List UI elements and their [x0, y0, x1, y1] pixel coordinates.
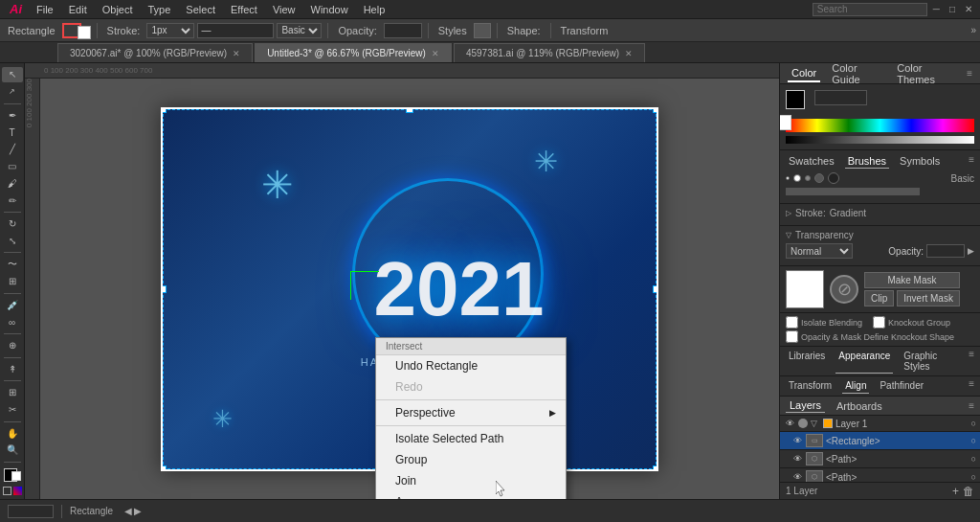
brush-dot-3[interactable]: [805, 175, 811, 181]
tool-pen[interactable]: ✒: [2, 107, 23, 123]
status-prev-btn[interactable]: ◀: [124, 506, 132, 516]
tab-pathfinder[interactable]: Pathfinder: [877, 378, 926, 394]
status-next-btn[interactable]: ▶: [134, 506, 142, 516]
color-gray-bar[interactable]: [786, 136, 974, 144]
tool-pencil[interactable]: ✏: [2, 193, 23, 208]
brush-dot-4[interactable]: [814, 173, 824, 183]
tab-swatches[interactable]: Swatches: [786, 154, 837, 169]
window-minimize[interactable]: ─: [929, 4, 944, 14]
tab-libraries[interactable]: Libraries: [786, 349, 828, 374]
stroke-swatch[interactable]: [11, 471, 21, 481]
canvas-area[interactable]: 0 100 200 300 400 500 600 700 0 100 200 …: [25, 63, 779, 499]
tab-align[interactable]: Align: [842, 378, 869, 394]
fill-color-picker[interactable]: [78, 26, 91, 39]
opacity-input[interactable]: 100%: [384, 23, 422, 38]
tab-layers[interactable]: Layers: [786, 398, 825, 413]
ctx-isolate-path[interactable]: Isolate Selected Path: [376, 428, 566, 449]
tab-2[interactable]: 4597381.ai @ 119% (RGB/Preview) ✕: [454, 43, 645, 62]
menu-file[interactable]: File: [30, 2, 60, 17]
color-hex-input[interactable]: 000000: [814, 90, 867, 105]
layer-rect-eye[interactable]: 👁: [791, 435, 803, 446]
layer-1-expand[interactable]: ▽: [811, 419, 820, 428]
toolbar-expand[interactable]: »: [970, 25, 976, 35]
stroke-weight-select[interactable]: 1px: [146, 23, 194, 38]
tool-direct-select[interactable]: ↗: [2, 84, 23, 100]
menu-help[interactable]: Help: [357, 2, 392, 17]
canvas-content[interactable]: ✳ ✳ ✳ 2021 HAPPY NEW YEAR Intersect: [40, 79, 779, 499]
tool-eyedropper[interactable]: 💉: [2, 298, 23, 313]
clip-button[interactable]: Clip: [864, 290, 894, 306]
layers-menu[interactable]: ≡: [969, 400, 974, 411]
window-close[interactable]: ✕: [961, 4, 976, 14]
tool-free-distort[interactable]: ⊞: [2, 274, 23, 289]
menu-edit[interactable]: Edit: [62, 2, 94, 17]
tab-color[interactable]: Color: [788, 65, 820, 82]
layer-item-path2[interactable]: 👁 ⬡ <Path> ○: [780, 468, 980, 482]
color-fill-stroke[interactable]: [2, 466, 23, 483]
ctx-perspective[interactable]: Perspective ▶: [376, 402, 566, 423]
menu-object[interactable]: Object: [96, 2, 140, 17]
ctx-join[interactable]: Join: [376, 470, 566, 491]
ctx-group[interactable]: Group: [376, 449, 566, 470]
layer-1-lock[interactable]: ○: [971, 419, 976, 428]
tab-transform[interactable]: Transform: [786, 378, 835, 394]
layer-rect-lock[interactable]: ○: [971, 436, 976, 445]
handle-mid-right[interactable]: [653, 285, 657, 293]
tab-artboards[interactable]: Artboards: [833, 399, 886, 413]
tab-color-themes[interactable]: Color Themes: [893, 63, 959, 87]
opacity-value-input[interactable]: 100%: [926, 244, 965, 258]
bg-swatch[interactable]: [779, 115, 791, 130]
tool-paintbrush[interactable]: 🖌: [2, 175, 23, 191]
handle-top-right[interactable]: [653, 109, 657, 113]
color-spectrum-bar[interactable]: [786, 119, 974, 132]
stroke-style-select[interactable]: Basic: [277, 23, 322, 38]
brushes-panel-menu[interactable]: ≡: [969, 154, 974, 169]
stroke-value-input[interactable]: [197, 23, 274, 38]
layer-item-path1[interactable]: 👁 ⬡ <Path> ○: [780, 450, 980, 468]
color-mode-none[interactable]: [3, 487, 11, 495]
menu-window[interactable]: Window: [304, 2, 355, 17]
delete-layer-btn[interactable]: 🗑: [963, 485, 974, 498]
handle-mid-left[interactable]: [163, 285, 167, 293]
ctx-undo-rectangle[interactable]: Undo Rectangle: [376, 355, 566, 376]
tool-slice[interactable]: ✂: [2, 402, 23, 418]
tab-1-close[interactable]: ✕: [432, 49, 439, 58]
tool-select[interactable]: ↖: [2, 67, 23, 82]
tool-blend[interactable]: ∞: [2, 314, 23, 329]
color-panel-menu[interactable]: ≡: [967, 68, 972, 79]
tool-rotate[interactable]: ↻: [2, 216, 23, 232]
isolate-blending-checkbox[interactable]: [786, 316, 798, 329]
color-fg-bg[interactable]: [786, 90, 811, 115]
menu-type[interactable]: Type: [142, 2, 178, 17]
layer-path1-eye[interactable]: 👁: [791, 453, 803, 465]
brush-dot-5[interactable]: [828, 172, 839, 184]
zoom-input[interactable]: 66.67%: [8, 505, 54, 518]
tool-symbol[interactable]: ⊕: [2, 338, 23, 353]
handle-top-left[interactable]: [163, 109, 167, 113]
tool-artboard[interactable]: ⊞: [2, 385, 23, 400]
tab-2-close[interactable]: ✕: [625, 49, 633, 58]
tab-brushes[interactable]: Brushes: [845, 154, 889, 169]
tool-hand[interactable]: ✋: [2, 425, 23, 441]
tab-0-close[interactable]: ✕: [233, 49, 240, 58]
tab-1[interactable]: Untitled-3* @ 66.67% (RGB/Preview) ✕: [255, 43, 452, 62]
transparency-arrow[interactable]: ▽: [786, 231, 791, 239]
tab-symbols[interactable]: Symbols: [897, 154, 943, 169]
tool-scale[interactable]: ⤡: [2, 234, 23, 249]
tool-rect[interactable]: ▭: [2, 159, 23, 174]
menu-view[interactable]: View: [266, 2, 302, 17]
color-mode-gradient[interactable]: [13, 487, 22, 495]
tool-type[interactable]: T: [2, 125, 23, 140]
layer-path2-lock[interactable]: ○: [971, 472, 976, 482]
ctx-redo[interactable]: Redo: [376, 376, 566, 397]
search-input[interactable]: [813, 3, 927, 16]
libraries-menu[interactable]: ≡: [969, 349, 974, 374]
invert-mask-button[interactable]: Invert Mask: [897, 290, 960, 306]
tab-graphic-styles[interactable]: Graphic Styles: [901, 349, 961, 374]
fg-swatch[interactable]: [786, 90, 805, 109]
tool-warp[interactable]: 〜: [2, 257, 23, 272]
layer-item-rectangle[interactable]: 👁 ▭ <Rectangle> ○: [780, 432, 980, 450]
handle-bot-left[interactable]: [163, 465, 167, 469]
styles-swatch[interactable]: [474, 23, 491, 38]
handle-top-mid[interactable]: [406, 109, 413, 113]
